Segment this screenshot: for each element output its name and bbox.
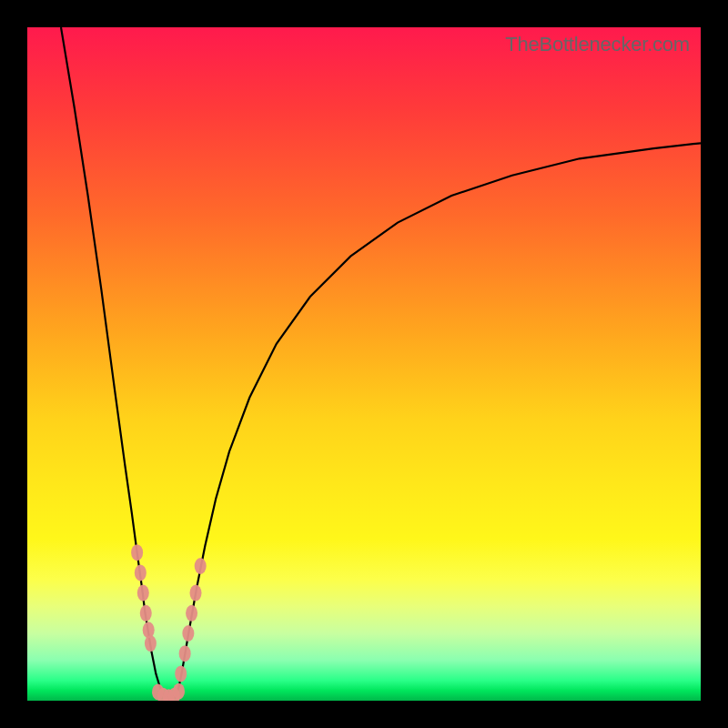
data-marker: [131, 544, 143, 561]
data-marker: [137, 585, 149, 602]
data-marker: [179, 645, 191, 662]
data-marker: [143, 622, 155, 638]
data-marker: [135, 564, 147, 581]
marker-group: [131, 544, 207, 701]
data-marker: [190, 585, 202, 602]
data-marker: [140, 605, 152, 622]
data-marker: [195, 558, 207, 574]
chart-frame: TheBottlenecker.com: [0, 0, 728, 728]
data-marker: [145, 635, 157, 652]
data-marker: [186, 605, 197, 622]
plot-area: TheBottlenecker.com: [27, 27, 701, 701]
data-marker: [175, 665, 187, 682]
right-branch-curve: [176, 143, 701, 696]
curve-svg: [27, 27, 701, 701]
left-branch-curve: [61, 27, 164, 697]
data-marker: [182, 625, 194, 642]
data-marker: [173, 683, 185, 700]
